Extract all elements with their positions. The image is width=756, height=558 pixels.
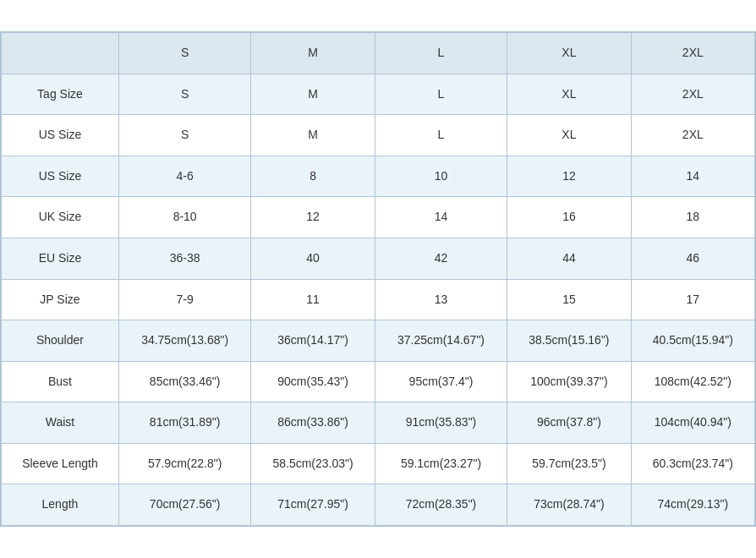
row-label: Sleeve Length	[2, 443, 119, 484]
row-label: EU Size	[2, 238, 119, 279]
header-label-col	[2, 32, 119, 74]
row-label: UK Size	[2, 197, 119, 238]
cell-value: 86cm(33.86")	[251, 402, 375, 444]
row-label: JP Size	[2, 279, 119, 320]
cell-value: L	[375, 115, 507, 156]
table-row: Length70cm(27.56")71cm(27.95")72cm(28.35…	[2, 484, 755, 526]
cell-value: 8-10	[118, 197, 251, 238]
cell-value: 57.9cm(22.8")	[118, 443, 251, 484]
header-col-m: M	[251, 32, 375, 74]
cell-value: 81cm(31.89")	[118, 402, 251, 444]
cell-value: 42	[375, 238, 507, 279]
cell-value: 36cm(14.17")	[251, 320, 375, 362]
row-label: US Size	[2, 115, 119, 156]
cell-value: 46	[631, 238, 754, 279]
cell-value: 10	[375, 156, 507, 197]
cell-value: 104cm(40.94")	[631, 402, 754, 444]
cell-value: 60.3cm(23.74")	[631, 443, 754, 484]
table-row: US Size4-68101214	[2, 156, 755, 197]
table-row: EU Size36-3840424446	[2, 238, 755, 279]
table-body: Tag SizeSMLXL2XLUS SizeSMLXL2XLUS Size4-…	[2, 74, 755, 526]
row-label: Waist	[2, 402, 119, 444]
cell-value: 4-6	[118, 156, 251, 197]
row-label: Shoulder	[2, 320, 119, 362]
cell-value: 7-9	[118, 279, 251, 320]
cell-value: 90cm(35.43")	[251, 361, 375, 402]
cell-value: 14	[375, 197, 507, 238]
table-row: JP Size7-911131517	[2, 279, 755, 320]
table-row: Tag SizeSMLXL2XL	[2, 74, 755, 115]
cell-value: 2XL	[631, 74, 754, 115]
cell-value: 38.5cm(15.16")	[507, 320, 631, 362]
cell-value: 37.25cm(14.67")	[375, 320, 507, 362]
cell-value: 95cm(37.4")	[375, 361, 507, 402]
cell-value: 8	[251, 156, 375, 197]
cell-value: 15	[507, 279, 631, 320]
cell-value: M	[251, 115, 375, 156]
table-row: UK Size8-1012141618	[2, 197, 755, 238]
cell-value: 12	[251, 197, 375, 238]
cell-value: 96cm(37.8")	[507, 402, 631, 444]
cell-value: 34.75cm(13.68")	[118, 320, 251, 362]
cell-value: 100cm(39.37")	[507, 361, 631, 402]
cell-value: 72cm(28.35")	[375, 484, 507, 526]
header-col-s: S	[118, 32, 251, 74]
table-row: Sleeve Length57.9cm(22.8")58.5cm(23.03")…	[2, 443, 755, 484]
cell-value: 18	[631, 197, 754, 238]
cell-value: 59.7cm(23.5")	[507, 443, 631, 484]
row-label: Bust	[2, 361, 119, 402]
cell-value: 85cm(33.46")	[118, 361, 251, 402]
cell-value: M	[251, 74, 375, 115]
cell-value: 12	[507, 156, 631, 197]
table-row: Waist81cm(31.89")86cm(33.86")91cm(35.83"…	[2, 402, 755, 444]
cell-value: 70cm(27.56")	[118, 484, 251, 526]
header-col-xl: XL	[507, 32, 631, 74]
table-row: US SizeSMLXL2XL	[2, 115, 755, 156]
cell-value: XL	[507, 115, 631, 156]
cell-value: 2XL	[631, 115, 754, 156]
cell-value: XL	[507, 74, 631, 115]
cell-value: 71cm(27.95")	[251, 484, 375, 526]
cell-value: 74cm(29.13")	[631, 484, 754, 526]
cell-value: S	[118, 74, 251, 115]
cell-value: 59.1cm(23.27")	[375, 443, 507, 484]
table-row: Bust85cm(33.46")90cm(35.43")95cm(37.4")1…	[2, 361, 755, 402]
cell-value: L	[375, 74, 507, 115]
cell-value: 91cm(35.83")	[375, 402, 507, 444]
cell-value: 11	[251, 279, 375, 320]
header-col-l: L	[375, 32, 507, 74]
cell-value: 13	[375, 279, 507, 320]
cell-value: 73cm(28.74")	[507, 484, 631, 526]
row-label: US Size	[2, 156, 119, 197]
cell-value: S	[118, 115, 251, 156]
row-label: Tag Size	[2, 74, 119, 115]
header-col-2xl: 2XL	[631, 32, 754, 74]
cell-value: 14	[631, 156, 754, 197]
size-chart-container: S M L XL 2XL Tag SizeSMLXL2XLUS SizeSMLX…	[0, 31, 756, 527]
cell-value: 44	[507, 238, 631, 279]
cell-value: 58.5cm(23.03")	[251, 443, 375, 484]
cell-value: 16	[507, 197, 631, 238]
cell-value: 17	[631, 279, 754, 320]
header-row: S M L XL 2XL	[2, 32, 755, 74]
size-chart-table: S M L XL 2XL Tag SizeSMLXL2XLUS SizeSMLX…	[1, 32, 755, 526]
cell-value: 40.5cm(15.94")	[631, 320, 754, 362]
row-label: Length	[2, 484, 119, 526]
cell-value: 40	[251, 238, 375, 279]
cell-value: 36-38	[118, 238, 251, 279]
table-row: Shoulder34.75cm(13.68")36cm(14.17")37.25…	[2, 320, 755, 362]
cell-value: 108cm(42.52")	[631, 361, 754, 402]
